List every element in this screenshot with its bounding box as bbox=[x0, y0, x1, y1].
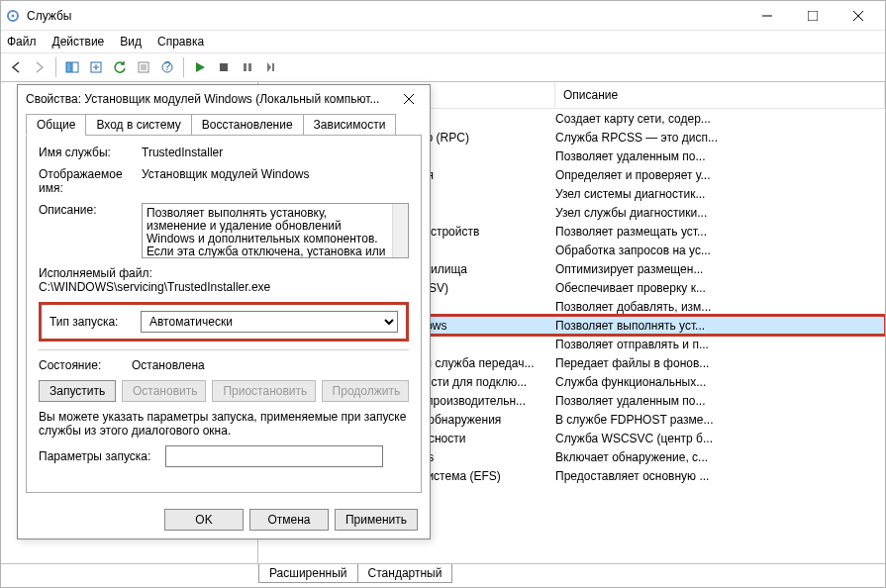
maximize-button[interactable] bbox=[790, 1, 836, 31]
service-desc-cell: Включает обнаружение, с... bbox=[555, 450, 885, 464]
toolbar-divider bbox=[55, 57, 56, 77]
dialog-tabstrip: Общие Вход в систему Восстановление Зави… bbox=[18, 113, 430, 135]
svg-rect-7 bbox=[72, 62, 78, 72]
svg-rect-17 bbox=[248, 63, 251, 71]
params-label: Параметры запуска: bbox=[39, 449, 157, 463]
tab-dependencies[interactable]: Зависимости bbox=[303, 114, 397, 136]
menu-help[interactable]: Справка bbox=[157, 35, 204, 49]
stop-button: Остановить bbox=[122, 380, 206, 402]
display-name-label: Отображаемое имя: bbox=[39, 167, 134, 195]
forward-button[interactable] bbox=[29, 56, 50, 78]
apply-button[interactable]: Применить bbox=[335, 509, 418, 531]
service-name-value: TrustedInstaller bbox=[142, 146, 409, 159]
pause-service-button[interactable] bbox=[237, 56, 258, 78]
svg-rect-3 bbox=[808, 11, 818, 21]
tab-general[interactable]: Общие bbox=[26, 114, 86, 136]
service-desc-cell: Обработка запросов на ус... bbox=[555, 244, 885, 257]
svg-rect-16 bbox=[244, 63, 246, 71]
params-input[interactable] bbox=[165, 445, 383, 467]
startup-type-select[interactable]: Автоматически bbox=[141, 311, 398, 333]
dialog-buttons: OK Отмена Применить bbox=[18, 501, 430, 539]
titlebar: Службы bbox=[1, 1, 885, 31]
service-desc-cell: Передает файлы в фонов... bbox=[555, 356, 885, 370]
description-text: Позволяет выполнять установку, изменение… bbox=[147, 207, 404, 258]
svg-rect-18 bbox=[272, 63, 274, 71]
display-name-value: Установщик модулей Windows bbox=[142, 167, 409, 195]
col-header-desc-label: Описание bbox=[563, 88, 618, 102]
toolbar: ? bbox=[1, 52, 885, 82]
menu-action[interactable]: Действие bbox=[52, 35, 105, 49]
window-title: Службы bbox=[27, 9, 744, 23]
exe-path: C:\WINDOWS\servicing\TrustedInstaller.ex… bbox=[39, 280, 409, 294]
svg-rect-6 bbox=[66, 62, 71, 72]
help-button[interactable]: ? bbox=[156, 56, 178, 78]
back-button[interactable] bbox=[5, 56, 27, 78]
service-desc-cell: Служба RPCSS — это дисп... bbox=[555, 131, 885, 145]
start-button[interactable]: Запустить bbox=[39, 380, 116, 402]
service-name-label: Имя службы: bbox=[39, 146, 134, 159]
service-desc-cell: Позволяет размещать уст... bbox=[555, 225, 885, 239]
dialog-titlebar: Свойства: Установщик модулей Windows (Ло… bbox=[18, 85, 430, 113]
service-desc-cell: Определяет и проверяет у... bbox=[555, 168, 885, 182]
properties-dialog: Свойства: Установщик модулей Windows (Ло… bbox=[17, 84, 431, 539]
services-window: Службы Файл Действие Вид Справка ? Имя bbox=[0, 0, 886, 588]
export-button[interactable] bbox=[85, 56, 107, 78]
svg-point-1 bbox=[12, 14, 15, 17]
service-desc-cell: Позволяет удаленным по... bbox=[555, 394, 885, 408]
service-desc-cell: Позволяет отправлять и п... bbox=[555, 338, 885, 351]
startup-hint: Вы можете указать параметры запуска, при… bbox=[39, 410, 409, 438]
svg-rect-15 bbox=[220, 63, 228, 71]
service-desc-cell: Служба WSCSVC (центр б... bbox=[555, 432, 885, 445]
menubar: Файл Действие Вид Справка bbox=[1, 31, 885, 52]
gear-icon bbox=[5, 8, 21, 24]
ok-button[interactable]: OK bbox=[164, 509, 244, 531]
pause-button: Приостановить bbox=[212, 380, 315, 402]
service-desc-cell: Позволяет выполнять уст... bbox=[555, 319, 885, 333]
resume-button: Продолжить bbox=[322, 380, 409, 402]
bottom-tabs: Расширенный Стандартный bbox=[1, 563, 885, 587]
close-button[interactable] bbox=[836, 1, 881, 31]
service-desc-cell: В службе FDPHOST разме... bbox=[555, 413, 885, 427]
state-label: Состояние: bbox=[39, 358, 124, 372]
state-value: Остановлена bbox=[132, 358, 205, 372]
toolbar-divider bbox=[183, 57, 184, 77]
service-desc-cell: Обеспечивает проверку к... bbox=[555, 281, 885, 295]
show-hide-tree-button[interactable] bbox=[61, 56, 83, 78]
tab-page-general: Имя службы: TrustedInstaller Отображаемо… bbox=[26, 135, 422, 493]
service-desc-cell: Узел службы диагностики... bbox=[555, 206, 885, 220]
service-desc-cell: Оптимизирует размещен... bbox=[555, 262, 885, 276]
divider bbox=[39, 349, 409, 350]
service-desc-cell: Позволяет добавлять, изм... bbox=[555, 300, 885, 314]
dialog-title: Свойства: Установщик модулей Windows (Ло… bbox=[26, 92, 396, 106]
menu-file[interactable]: Файл bbox=[7, 35, 37, 49]
refresh-button[interactable] bbox=[109, 56, 131, 78]
svg-text:?: ? bbox=[164, 60, 171, 73]
stop-service-button[interactable] bbox=[213, 56, 235, 78]
service-desc-cell: Служба функциональных... bbox=[555, 375, 885, 389]
description-scrollbar[interactable] bbox=[392, 204, 408, 257]
startup-type-label: Тип запуска: bbox=[49, 315, 133, 329]
description-label: Описание: bbox=[39, 203, 134, 258]
exe-label: Исполняемый файл: bbox=[39, 266, 409, 280]
col-header-desc[interactable]: Описание bbox=[555, 82, 885, 108]
service-desc-cell: Предоставляет основную ... bbox=[555, 469, 885, 483]
restart-service-button[interactable] bbox=[260, 56, 282, 78]
dialog-close-button[interactable] bbox=[396, 86, 422, 112]
startup-type-highlight: Тип запуска: Автоматически bbox=[39, 302, 409, 342]
minimize-button[interactable] bbox=[744, 1, 790, 31]
tab-standard[interactable]: Стандартный bbox=[357, 564, 453, 583]
properties-button[interactable] bbox=[133, 56, 154, 78]
tab-logon[interactable]: Вход в систему bbox=[85, 114, 191, 136]
tab-extended[interactable]: Расширенный bbox=[258, 564, 358, 583]
tab-recovery[interactable]: Восстановление bbox=[191, 114, 304, 136]
description-box: Позволяет выполнять установку, изменение… bbox=[142, 203, 409, 258]
menu-view[interactable]: Вид bbox=[120, 35, 142, 49]
service-desc-cell: Создает карту сети, содер... bbox=[555, 112, 885, 126]
start-service-button[interactable] bbox=[189, 56, 211, 78]
cancel-button[interactable]: Отмена bbox=[249, 509, 329, 531]
service-desc-cell: Позволяет удаленным по... bbox=[555, 149, 885, 163]
service-desc-cell: Узел системы диагностик... bbox=[555, 187, 885, 201]
